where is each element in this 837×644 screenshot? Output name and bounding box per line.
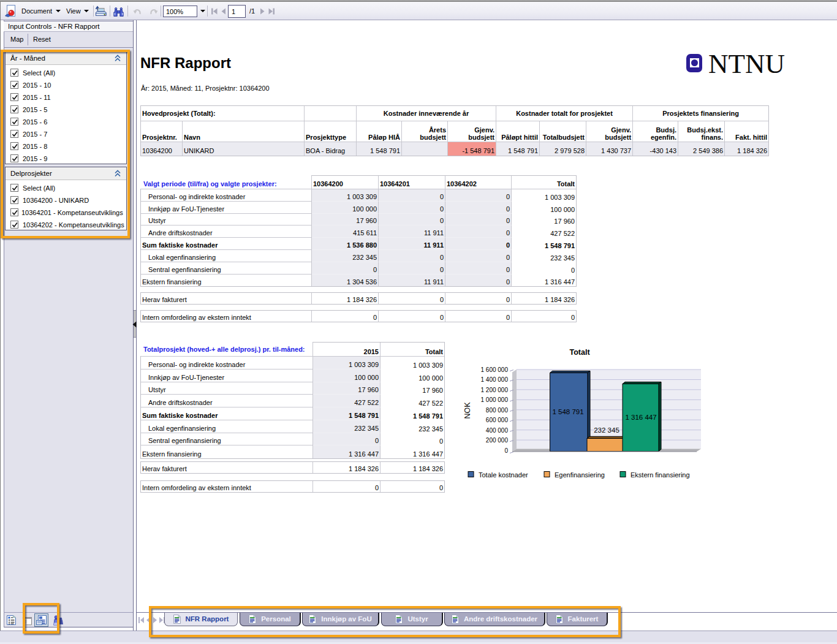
svg-text:1 316 447: 1 316 447 (625, 414, 656, 421)
svg-text:232 345: 232 345 (594, 426, 619, 434)
svg-text:Ekstern finansiering: Ekstern finansiering (631, 471, 690, 479)
svg-text:NOK: NOK (463, 402, 472, 419)
svg-text:Egenfinansiering: Egenfinansiering (555, 471, 605, 479)
svg-text:1 000 000: 1 000 000 (481, 396, 509, 403)
svg-text:600 000: 600 000 (486, 417, 509, 423)
svg-text:Totalt: Totalt (569, 348, 590, 357)
svg-text:400 000: 400 000 (486, 427, 509, 434)
svg-text:1 200 000: 1 200 000 (481, 387, 509, 393)
svg-text:1 600 000: 1 600 000 (481, 366, 509, 373)
svg-text:1 400 000: 1 400 000 (481, 376, 509, 383)
svg-text:800 000: 800 000 (486, 407, 509, 414)
svg-text:1 548 791: 1 548 791 (552, 408, 583, 415)
svg-text:200 000: 200 000 (486, 437, 509, 444)
svg-text:0: 0 (504, 447, 508, 454)
svg-text:Totale kostnader: Totale kostnader (479, 471, 528, 479)
